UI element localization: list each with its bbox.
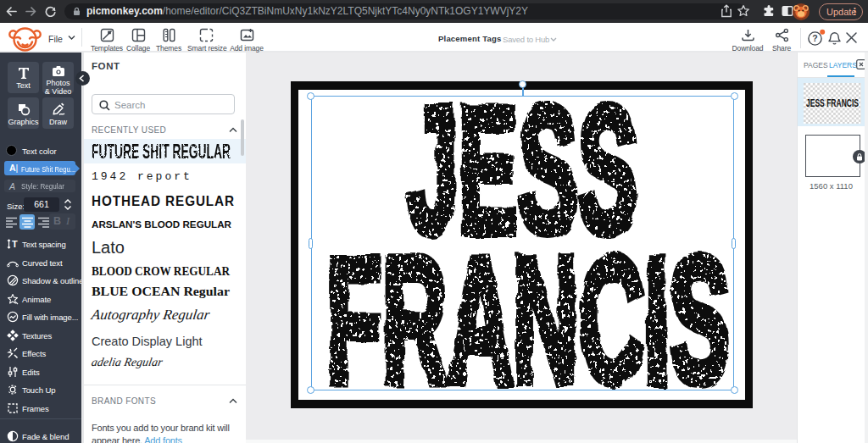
svg-text:T: T — [12, 239, 18, 249]
svg-text:HOTHEAD REGULAR: HOTHEAD REGULAR — [92, 193, 235, 208]
svg-text:?: ? — [812, 33, 817, 43]
svg-text:BLOOD CROW REGULAR: BLOOD CROW REGULAR — [92, 264, 230, 278]
svg-text:FUTURE SHIT REGULAR: FUTURE SHIT REGULAR — [92, 142, 231, 163]
svg-text:ARSLAN'S BLOOD REGULAR: ARSLAN'S BLOOD REGULAR — [92, 219, 232, 230]
svg-text:BLUE OCEAN Regular: BLUE OCEAN Regular — [92, 284, 230, 298]
svg-text:JESS FRANCIS: JESS FRANCIS — [806, 97, 859, 109]
